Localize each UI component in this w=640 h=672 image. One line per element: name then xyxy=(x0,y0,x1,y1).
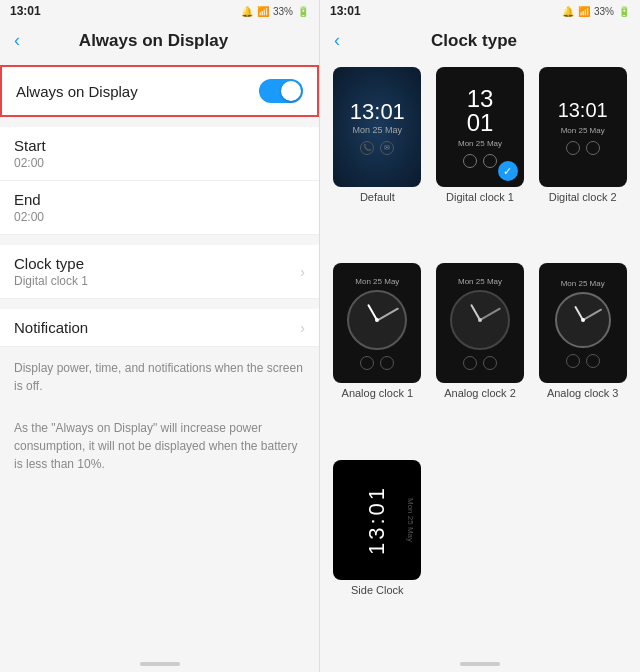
clock-item-digital1[interactable]: 1301 Mon 25 May ✓ Digital clock 1 xyxy=(433,67,528,255)
notification-label: Notification xyxy=(14,319,88,336)
clock-preview-digital2: 13:01 Mon 25 May xyxy=(539,67,627,187)
left-status-time: 13:01 xyxy=(10,4,41,18)
start-row[interactable]: Start 02:00 xyxy=(0,127,319,181)
left-status-bar: 13:01 🔔 📶 33% 🔋 xyxy=(0,0,319,22)
always-on-display-label: Always on Display xyxy=(16,83,138,100)
clock-label-analog3: Analog clock 3 xyxy=(547,387,619,399)
end-label: End xyxy=(14,191,44,208)
end-row[interactable]: End 02:00 xyxy=(0,181,319,235)
right-status-time: 13:01 xyxy=(330,4,361,18)
start-value: 02:00 xyxy=(14,156,46,170)
right-back-button[interactable]: ‹ xyxy=(334,30,340,51)
clock-label-default: Default xyxy=(360,191,395,203)
left-page-title: Always on Display xyxy=(30,31,277,51)
always-on-display-toggle[interactable] xyxy=(259,79,303,103)
clock-preview-digital1: 1301 Mon 25 May ✓ xyxy=(436,67,524,187)
clock-preview-analog3: Mon 25 May xyxy=(539,263,627,383)
left-top-bar: ‹ Always on Display xyxy=(0,22,319,59)
selected-check-icon: ✓ xyxy=(498,161,518,181)
right-status-icons: 🔔 📶 33% 🔋 xyxy=(562,6,630,17)
info-text-1: Display power, time, and notifications w… xyxy=(0,347,319,407)
left-back-button[interactable]: ‹ xyxy=(14,30,20,51)
clock-item-digital2[interactable]: 13:01 Mon 25 May Digital clock 2 xyxy=(535,67,630,255)
right-panel: 13:01 🔔 📶 33% 🔋 ‹ Clock type 13:01 Mon 2… xyxy=(320,0,640,672)
clock-item-analog3[interactable]: Mon 25 May Analog clock 3 xyxy=(535,263,630,451)
left-bottom-indicator xyxy=(140,662,180,666)
right-bottom-bar xyxy=(320,656,640,672)
clock-type-label: Clock type xyxy=(14,255,88,272)
clock-preview-analog1: Mon 25 May xyxy=(333,263,421,383)
right-page-title: Clock type xyxy=(350,31,598,51)
clock-type-grid: 13:01 Mon 25 May 📞 ✉ Default 1301 Mon 25… xyxy=(320,59,640,656)
start-label: Start xyxy=(14,137,46,154)
clock-type-value: Digital clock 1 xyxy=(14,274,88,288)
clock-type-row[interactable]: Clock type Digital clock 1 › xyxy=(0,245,319,299)
clock-label-analog2: Analog clock 2 xyxy=(444,387,516,399)
clock-item-side[interactable]: 13:01 Mon 25 May Side Clock xyxy=(330,460,425,648)
clock-preview-side: 13:01 Mon 25 May xyxy=(333,460,421,580)
clock-type-chevron: › xyxy=(300,264,305,280)
left-status-icons: 🔔 📶 33% 🔋 xyxy=(241,6,309,17)
left-bottom-bar xyxy=(0,656,319,672)
clock-item-default[interactable]: 13:01 Mon 25 May 📞 ✉ Default xyxy=(330,67,425,255)
left-panel: 13:01 🔔 📶 33% 🔋 ‹ Always on Display Alwa… xyxy=(0,0,320,672)
end-value: 02:00 xyxy=(14,210,44,224)
right-bottom-indicator xyxy=(460,662,500,666)
right-top-bar: ‹ Clock type xyxy=(320,22,640,59)
always-on-display-row[interactable]: Always on Display xyxy=(0,65,319,117)
clock-item-analog1[interactable]: Mon 25 May Analog clock 1 xyxy=(330,263,425,451)
notification-row[interactable]: Notification › xyxy=(0,309,319,347)
info-text-2: As the "Always on Display" will increase… xyxy=(0,407,319,485)
clock-label-side: Side Clock xyxy=(351,584,404,596)
notification-chevron: › xyxy=(300,320,305,336)
clock-label-digital1: Digital clock 1 xyxy=(446,191,514,203)
clock-item-analog2[interactable]: Mon 25 May Analog clock 2 xyxy=(433,263,528,451)
clock-label-digital2: Digital clock 2 xyxy=(549,191,617,203)
right-status-bar: 13:01 🔔 📶 33% 🔋 xyxy=(320,0,640,22)
clock-preview-default: 13:01 Mon 25 May 📞 ✉ xyxy=(333,67,421,187)
clock-preview-analog2: Mon 25 May xyxy=(436,263,524,383)
clock-label-analog1: Analog clock 1 xyxy=(342,387,414,399)
